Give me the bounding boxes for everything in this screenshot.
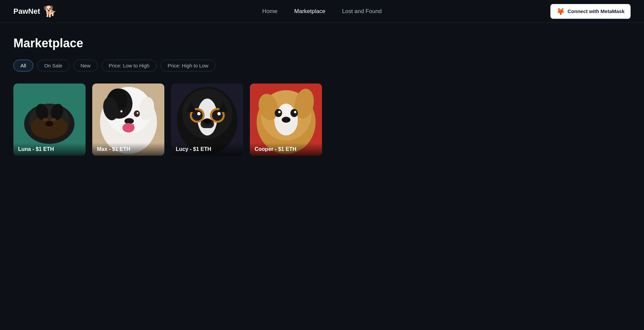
pet-card-max[interactable]: Max - $1 ETH: [92, 84, 164, 156]
svg-point-51: [287, 119, 289, 121]
nav-marketplace[interactable]: Marketplace: [294, 8, 325, 15]
filter-price-low-high[interactable]: Price: Low to High: [102, 60, 157, 71]
svg-point-3: [31, 115, 68, 139]
filter-new[interactable]: New: [73, 60, 98, 71]
filter-all[interactable]: All: [13, 60, 33, 71]
main-content: Marketplace All On Sale New Price: Low t…: [0, 23, 644, 169]
filter-price-high-low[interactable]: Price: High to Low: [161, 60, 216, 71]
nav-lost-and-found[interactable]: Lost and Found: [342, 8, 382, 15]
connect-metamask-button[interactable]: 🦊 Connect with MetaMask: [550, 4, 631, 19]
svg-point-31: [197, 112, 201, 115]
svg-point-32: [217, 112, 221, 115]
svg-point-19: [137, 112, 139, 114]
page-title: Marketplace: [13, 36, 631, 50]
pet-card-lucy[interactable]: Lucy - $1 ETH: [171, 84, 243, 156]
svg-point-8: [45, 121, 53, 126]
svg-point-45: [275, 109, 282, 117]
metamask-icon: 🦊: [556, 7, 565, 15]
header: PawNet 🐕 Home Marketplace Lost and Found…: [0, 0, 644, 23]
cards-grid: Luna - $1 ETH: [13, 84, 631, 156]
svg-point-18: [120, 110, 122, 112]
nav-home[interactable]: Home: [262, 8, 277, 15]
svg-point-35: [203, 118, 211, 124]
svg-point-21: [122, 123, 135, 132]
logo-area: PawNet 🐕: [13, 5, 57, 18]
svg-point-50: [283, 119, 285, 121]
main-nav: Home Marketplace Lost and Found: [262, 8, 382, 15]
filter-on-sale[interactable]: On Sale: [37, 60, 69, 71]
logo-icon: 🐕: [43, 5, 57, 18]
svg-point-47: [278, 111, 281, 113]
lucy-label: Lucy - $1 ETH: [171, 143, 243, 156]
cooper-label: Cooper - $1 ETH: [250, 143, 322, 156]
svg-point-46: [290, 109, 298, 117]
max-label: Max - $1 ETH: [92, 143, 164, 156]
pet-card-luna[interactable]: Luna - $1 ETH: [13, 84, 86, 156]
svg-point-6: [43, 118, 48, 121]
pet-card-cooper[interactable]: Cooper - $1 ETH: [250, 84, 322, 156]
svg-point-48: [294, 111, 297, 113]
luna-label: Luna - $1 ETH: [13, 143, 86, 156]
logo-text: PawNet: [13, 7, 40, 16]
svg-point-17: [134, 110, 140, 117]
filter-bar: All On Sale New Price: Low to High Price…: [13, 60, 631, 71]
connect-button-label: Connect with MetaMask: [568, 8, 625, 14]
svg-point-7: [51, 118, 56, 121]
